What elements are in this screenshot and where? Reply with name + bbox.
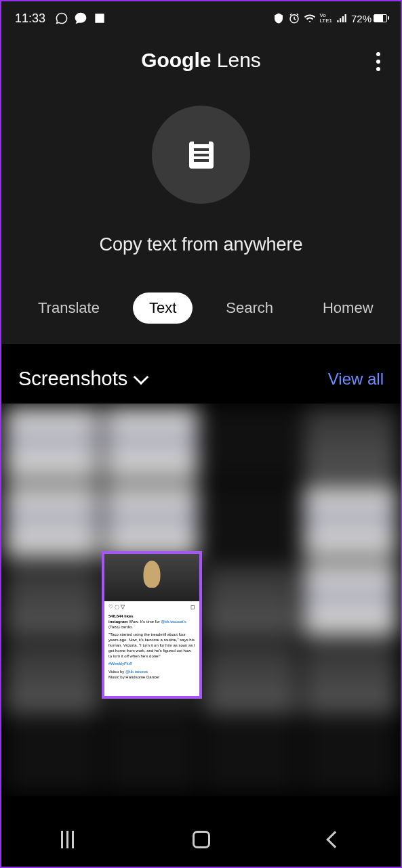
caption-start: Wow. It's time for — [129, 620, 161, 624]
lock-icon — [273, 12, 285, 24]
signal-icon — [336, 12, 348, 24]
status-time: 11:33 — [15, 12, 45, 26]
nav-recents-button[interactable] — [61, 831, 74, 848]
tab-homework[interactable]: Homew — [306, 292, 390, 324]
album-selector[interactable]: Screenshots — [18, 368, 146, 390]
gallery-icon — [93, 12, 106, 25]
caption-mention: @tik.tacocat's — [161, 620, 186, 624]
hero-section: Copy text from anywhere — [1, 79, 401, 276]
caption-end: (Taco) cardio. — [108, 625, 133, 629]
caption-body: "Taco started using the treadmill about … — [108, 632, 195, 659]
chat-icon — [74, 12, 87, 25]
tab-translate[interactable]: Translate — [22, 292, 116, 324]
thumbnail-image — [104, 554, 199, 601]
account-name: instagram — [108, 620, 128, 624]
nav-back-button[interactable] — [327, 831, 344, 848]
video-by-label: Video by — [108, 670, 125, 674]
title-bold: Google — [141, 49, 211, 71]
likes-text: 548,644 likes — [108, 614, 195, 620]
chevron-down-icon — [134, 369, 149, 385]
hashtag: #WeeklyFluff — [108, 661, 195, 667]
whatsapp-icon — [55, 12, 68, 25]
title-light: Lens — [217, 49, 261, 71]
alarm-icon — [288, 12, 300, 24]
status-left: 11:33 — [15, 12, 106, 26]
tab-search[interactable]: Search — [209, 292, 289, 324]
app-title: Google Lens — [141, 49, 261, 72]
volte-icon: VoLTE1 — [319, 13, 332, 24]
more-options-button[interactable] — [376, 52, 380, 71]
section-title-text: Screenshots — [18, 368, 127, 390]
wifi-icon — [304, 12, 316, 24]
status-right: VoLTE1 72% — [273, 12, 387, 24]
document-icon — [189, 142, 214, 169]
section-header: Screenshots View all — [1, 344, 401, 404]
thumbnail-action-row: ♡ ◌ ▽◻ — [104, 601, 199, 613]
music-credit: Music by Handsome Dancer — [108, 675, 195, 680]
hero-text: Copy text from anywhere — [99, 234, 302, 255]
app-header: Google Lens — [1, 35, 401, 79]
status-bar: 11:33 VoLTE1 72% — [1, 1, 401, 35]
video-by-link: @tik.tacocat — [125, 670, 148, 674]
nav-home-button[interactable] — [193, 831, 210, 848]
capture-button[interactable] — [152, 106, 250, 204]
system-nav-bar — [1, 812, 401, 867]
screenshot-highlighted[interactable]: ♡ ◌ ▽◻ 548,644 likes instagram Wow. It's… — [102, 551, 202, 699]
tab-text[interactable]: Text — [133, 292, 193, 324]
gallery-grid: ♡ ◌ ▽◻ 548,644 likes instagram Wow. It's… — [1, 404, 401, 796]
mode-tabs: Translate Text Search Homew — [1, 276, 401, 324]
view-all-link[interactable]: View all — [328, 370, 384, 389]
battery-percentage: 72% — [351, 13, 371, 24]
battery-indicator: 72% — [351, 13, 387, 24]
